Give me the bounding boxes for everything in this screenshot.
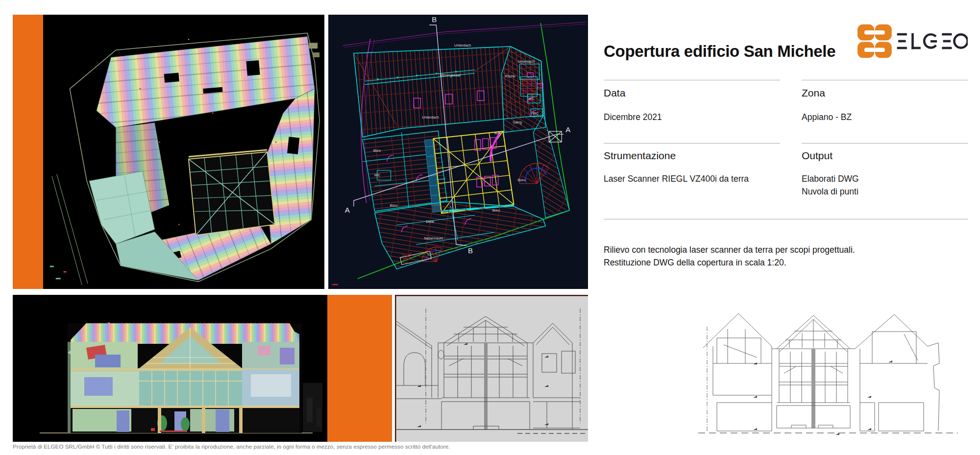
room-label: Gang	[513, 120, 522, 124]
room-label: Büro	[492, 208, 500, 213]
page: { "header": { "title": "Copertura edific…	[0, 0, 980, 455]
divider-output	[802, 143, 968, 144]
pointcloud-roof-image	[43, 15, 324, 289]
room-label: Büro	[373, 148, 381, 153]
pointcloud-roof-svg	[43, 15, 324, 289]
room-label: Nebenraum	[424, 236, 443, 240]
room-label: Unterdach	[422, 115, 439, 120]
zona-label: Zona	[802, 87, 825, 99]
room-label: Diele	[426, 219, 434, 224]
dwg-section-gray-svg	[395, 295, 588, 442]
strumentazione-label: Strumentazione	[604, 150, 676, 162]
dwg-section-white-image	[698, 300, 960, 450]
description-line1: Rilievo con tecnologia laser scanner da …	[604, 245, 855, 255]
building-section	[68, 322, 302, 433]
section-marker-b-bottom: B	[468, 246, 473, 255]
courtyard-skylight	[189, 150, 275, 235]
logo-mark-icon	[858, 24, 892, 58]
zona-value: Appiano - BZ	[802, 111, 852, 123]
divider-data	[604, 80, 780, 80]
room-label: Büro	[518, 178, 526, 182]
dwg-section-gray-image	[395, 295, 588, 442]
output-label: Output	[802, 150, 833, 162]
street-debris	[303, 383, 322, 432]
room-label: Unterdach	[518, 59, 535, 64]
section-drawing-white	[698, 313, 958, 435]
accent-bar-bottom	[327, 295, 392, 442]
description-line2: Restituzione DWG della copertura in scal…	[604, 258, 786, 268]
elgeo-logo-svg	[858, 24, 968, 59]
divider-full	[604, 219, 968, 219]
dwg-section-white-svg	[698, 300, 960, 450]
data-label: Data	[604, 87, 625, 99]
data-value: Dicembre 2021	[604, 111, 662, 123]
room-label: WC	[532, 111, 539, 116]
section-marker-a-left: A	[345, 206, 350, 214]
accent-bar-top-left	[13, 15, 43, 289]
divider-strumentazione	[604, 143, 780, 144]
room-label: Büro	[390, 203, 398, 208]
pointcloud-section-svg	[13, 295, 327, 442]
room-label: WC	[528, 96, 535, 101]
dwg-roof-plan-svg: B B A A Unterdach Sitzungssaal Unterdach…	[328, 15, 588, 289]
divider-zona	[802, 80, 968, 80]
page-title: Copertura edificio San Michele	[604, 42, 835, 61]
room-label: Sitzungssaal	[440, 73, 461, 77]
dwg-roof-plan-image: B B A A Unterdach Sitzungssaal Unterdach…	[328, 15, 588, 289]
room-label: Küche	[505, 74, 515, 78]
panel-border-left	[395, 295, 396, 442]
brand-logo	[858, 24, 968, 61]
output-value-line1: Elaborati DWG	[802, 172, 859, 185]
panel-border-top	[395, 295, 588, 296]
room-label: Büro	[494, 131, 502, 135]
room-label: WC	[374, 173, 381, 177]
logo-wordmark	[897, 33, 968, 49]
room-label: Unterdach	[454, 43, 471, 48]
output-value-line2: Nuvola di punti	[802, 185, 858, 198]
section-marker-b-top: B	[432, 15, 437, 24]
pointcloud-section-image	[13, 295, 327, 442]
copyright-text: Proprietà di ELGEO SRL/GmbH © Tutti i di…	[13, 444, 450, 450]
strumentazione-value: Laser Scanner RIEGL VZ400i da terra	[604, 172, 749, 185]
section-marker-a-right: A	[565, 125, 570, 134]
